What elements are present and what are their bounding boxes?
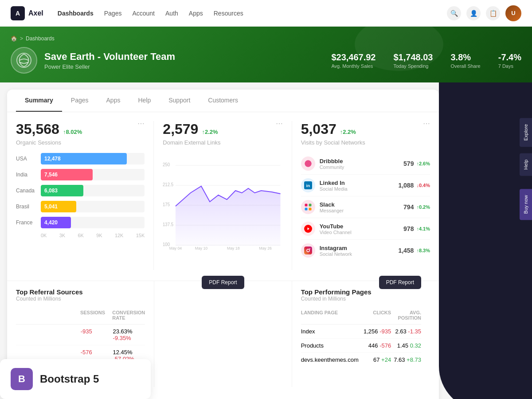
nav-dashboards[interactable]: Dashboards — [58, 10, 94, 17]
referral-row-1: -935 23.63% -9.35% — [16, 325, 145, 345]
pages-row-3: devs.keenthemes.com 67 +24 7.63 +8.73 — [301, 353, 421, 367]
top-pages-card: Top Performing Pages Counted in Millions… — [292, 281, 430, 387]
user-avatar[interactable]: U — [505, 5, 521, 21]
sessions-bar-chart: USA 12,478 India 7,546 — [16, 153, 145, 238]
pdf-report-button-center[interactable]: PDF Report — [202, 276, 244, 289]
brand[interactable]: A Axel — [11, 6, 43, 20]
metric-domain-links: ⋯ 2,579 ↑2.2% Domain External Links 250 … — [154, 121, 292, 270]
tab-support[interactable]: Support — [160, 90, 199, 112]
svg-text:212.5: 212.5 — [163, 182, 174, 187]
nav-pages[interactable]: Pages — [104, 10, 122, 17]
bootstrap-label: Bootstrap 5 — [40, 373, 99, 385]
pdf-report-center: PDF Report — [154, 281, 292, 387]
dashboard-grid: ⋯ 35,568 ↑8.02% Organic Sessions USA 12,… — [7, 112, 439, 279]
pages-title: Top Performing Pages — [301, 288, 372, 296]
content-panel: Summary Pages Apps Help Support Customer… — [7, 90, 439, 399]
more-options-sessions[interactable]: ⋯ — [137, 119, 145, 128]
svg-text:May 04: May 04 — [169, 246, 182, 250]
bootstrap-icon: B — [11, 368, 33, 390]
bar-france: France 4,420 — [16, 217, 145, 228]
help-btn[interactable]: Help — [520, 153, 532, 176]
nav-apps[interactable]: Apps — [189, 10, 203, 17]
tab-apps[interactable]: Apps — [98, 90, 129, 112]
sessions-value: 35,568 — [16, 121, 59, 137]
youtube-icon — [301, 222, 315, 236]
pdf-report-button-pages[interactable]: PDF Report — [379, 276, 421, 289]
referral-table-header: SESSIONS CONVERSION RATE — [16, 306, 145, 325]
social-label: Visits by Social Networks — [301, 139, 430, 146]
tab-help[interactable]: Help — [129, 90, 160, 112]
social-list: Dribbble Community 579 ↑2.6% in — [301, 153, 430, 261]
social-instagram: Instagram Social Network 1,458 ↑8.3% — [301, 240, 430, 261]
banner-title: Save Earth - Volunteer Team — [44, 51, 324, 63]
banner-content: Save Earth - Volunteer Team Power Elite … — [11, 47, 521, 74]
tab-summary[interactable]: Summary — [16, 90, 62, 112]
more-options-social[interactable]: ⋯ — [423, 119, 430, 128]
svg-text:175: 175 — [163, 202, 170, 207]
tab-customers[interactable]: Customers — [199, 90, 247, 112]
metric-social: ⋯ 5,037 ↑2.2% Visits by Social Networks — [292, 121, 430, 270]
tab-pages[interactable]: Pages — [62, 90, 98, 112]
dark-panel: Explore Help Buy now — [439, 82, 532, 399]
right-panel: Explore Help Buy now — [439, 82, 532, 399]
svg-text:250: 250 — [163, 162, 170, 167]
nav-account[interactable]: Account — [132, 10, 155, 17]
search-button[interactable]: 🔍 — [447, 6, 461, 20]
svg-rect-24 — [304, 246, 312, 254]
svg-text:137.5: 137.5 — [163, 222, 174, 227]
instagram-icon — [301, 243, 315, 258]
svg-rect-21 — [309, 208, 311, 211]
bootstrap-overlay: B Bootstrap 5 — [0, 359, 151, 399]
main-nav: Dashboards Pages Account Auth Apps Resou… — [58, 10, 447, 17]
line-chart: 250 212.5 175 137.5 100 — [163, 153, 282, 252]
social-youtube: YouTube Video Channel 978 ↑4.1% — [301, 218, 430, 240]
referral-subtitle: Counted in Millions — [16, 296, 145, 302]
navbar: A Axel Dashboards Pages Account Auth App… — [0, 0, 532, 27]
bar-india: India 7,546 — [16, 169, 145, 180]
links-change: ↑2.2% — [202, 129, 218, 135]
breadcrumb: 🏠 > Dashboards — [11, 35, 521, 42]
banner-title-area: Save Earth - Volunteer Team Power Elite … — [44, 51, 324, 70]
sessions-label: Organic Sessions — [16, 139, 145, 146]
svg-point-26 — [309, 248, 310, 249]
pages-subtitle: Counted in Millions — [301, 296, 372, 302]
dribbble-icon — [301, 156, 315, 171]
svg-text:May 18: May 18 — [227, 246, 240, 250]
social-value: 5,037 — [301, 121, 336, 137]
home-icon[interactable]: 🏠 — [11, 35, 17, 42]
pages-row-1: Index 1,256 -935 2.63 -1.35 — [301, 325, 421, 339]
team-logo — [11, 47, 37, 74]
stat-overall-share: 3.8% Overall Share — [450, 52, 480, 69]
brand-name: Axel — [28, 9, 43, 17]
svg-rect-19 — [309, 204, 311, 207]
svg-text:in: in — [306, 183, 310, 188]
pages-row-2: Products 446 -576 1.45 0.32 — [301, 339, 421, 353]
more-options-links[interactable]: ⋯ — [276, 119, 283, 128]
metric-organic-sessions: ⋯ 35,568 ↑8.02% Organic Sessions USA 12,… — [16, 121, 154, 270]
buy-now-btn[interactable]: Buy now — [520, 189, 532, 220]
links-label: Domain External Links — [163, 139, 282, 146]
brand-icon: A — [11, 6, 25, 20]
tab-bar: Summary Pages Apps Help Support Customer… — [7, 90, 439, 112]
sessions-change: ↑8.02% — [63, 129, 82, 135]
stat-7days: -7.4% 7 Days — [498, 52, 521, 69]
pages-table-header: LANDING PAGE CLICKS AVG. POSITION — [301, 306, 421, 325]
notifications-button[interactable]: 👤 — [466, 6, 481, 20]
navbar-right: 🔍 👤 📋 U — [447, 5, 521, 21]
social-slack: Slack Messanger 794 ↑0.2% — [301, 196, 430, 218]
social-dribbble: Dribbble Community 579 ↑2.6% — [301, 153, 430, 175]
nav-resources[interactable]: Resources — [214, 10, 243, 17]
bar-canada: Canada 6,083 — [16, 185, 145, 196]
slack-icon — [301, 200, 315, 214]
svg-text:May 10: May 10 — [195, 246, 208, 250]
explore-btn[interactable]: Explore — [520, 118, 532, 147]
svg-rect-20 — [305, 208, 307, 211]
bar-axis: 0K 3K 6K 9K 12K 15K — [16, 233, 145, 238]
bar-usa: USA 12,478 — [16, 153, 145, 164]
header-banner: 🏠 > Dashboards Save Earth - Volunteer Te… — [0, 27, 532, 82]
settings-button[interactable]: 📋 — [486, 6, 500, 20]
banner-subtitle: Power Elite Seller — [44, 63, 324, 70]
referral-title: Top Referral Sources — [16, 288, 145, 296]
bar-brasil: Brasil 5,041 — [16, 201, 145, 212]
nav-auth[interactable]: Auth — [165, 10, 178, 17]
